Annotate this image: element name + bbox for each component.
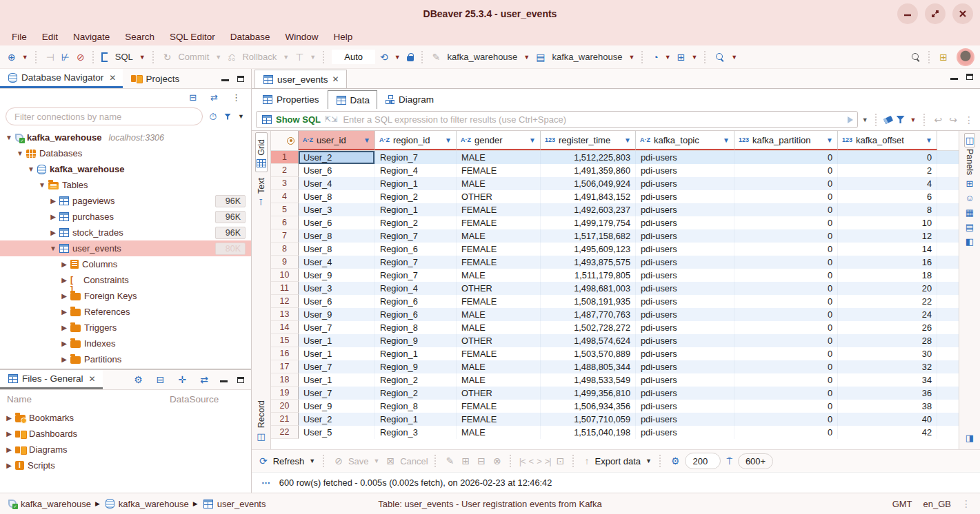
tree-item-kafka-warehouse[interactable]: ▼kafka_warehouselocalhost:3306 (0, 130, 251, 145)
grid-cell[interactable]: pdi-users (636, 190, 734, 203)
grid-cell[interactable]: Region_2 (375, 190, 457, 203)
grid-cell[interactable]: 30 (838, 347, 937, 360)
search-icon[interactable] (912, 53, 920, 61)
expand-arrow-icon[interactable]: ▶ (59, 292, 69, 300)
close-editor-tab-icon[interactable]: ✕ (332, 74, 339, 84)
grid-cell[interactable]: 1,491,843,152 (541, 190, 636, 203)
grid-cell[interactable]: pdi-users (636, 203, 734, 216)
cancel-button[interactable]: Cancel (400, 456, 428, 466)
row-number-cell[interactable]: 2 (271, 164, 299, 177)
grid-cell[interactable]: 36 (838, 387, 937, 400)
grid-cell[interactable]: 18 (838, 269, 937, 282)
row-number-cell[interactable]: 13 (271, 308, 299, 321)
new-window-icon[interactable]: ⊞ (937, 51, 950, 63)
text-tab-label[interactable]: Text (257, 178, 266, 194)
sql-caret[interactable]: ▼ (138, 54, 147, 61)
collapse-arrow-icon[interactable]: ▼ (48, 245, 58, 252)
menu-window[interactable]: Window (277, 30, 326, 43)
tree-item-purchases[interactable]: ▶purchases96K (0, 209, 251, 225)
refresh-caret[interactable]: ▼ (308, 458, 317, 464)
tab-data[interactable]: Data (328, 90, 378, 110)
connection-caret[interactable]: ▼ (522, 54, 531, 61)
grid-cell[interactable]: pdi-users (636, 151, 734, 164)
lock-icon[interactable] (407, 56, 414, 61)
row-number-cell[interactable]: 20 (271, 400, 299, 413)
export-data-button[interactable]: Export data (594, 456, 641, 466)
grid-cell[interactable]: 0 (734, 203, 838, 216)
show-sql-button[interactable]: Show SQL (276, 114, 321, 125)
row-number-cell[interactable]: 10 (271, 269, 299, 282)
recent-connections-icon[interactable]: ⏱ (207, 110, 219, 123)
database-caret[interactable]: ▼ (627, 54, 636, 61)
grid-cell[interactable]: pdi-users (636, 413, 734, 426)
grid-cell[interactable]: 1,517,158,682 (541, 229, 636, 243)
dashboard-caret[interactable]: ▼ (663, 54, 672, 61)
column-header-user-id[interactable]: A·Zuser_id▼ (299, 131, 375, 150)
column-sort-caret[interactable]: ▼ (826, 136, 833, 144)
filter-caret[interactable]: ▼ (237, 113, 246, 120)
minimize-panel-icon[interactable] (220, 377, 228, 382)
row-number-cell[interactable]: 21 (271, 413, 299, 426)
grid-cell[interactable]: 0 (838, 151, 937, 164)
grid-cell[interactable]: 1,499,179,754 (541, 216, 636, 229)
row-number-cell[interactable]: 3 (271, 177, 299, 190)
grid-cell[interactable]: 1,506,934,356 (541, 400, 636, 413)
row-number-cell[interactable]: 18 (271, 373, 299, 387)
grid-cell[interactable]: 2 (838, 164, 937, 177)
grid-cell[interactable]: FEMALE (457, 413, 541, 426)
expand-filter-icon[interactable]: ⇱⇲ (325, 115, 337, 124)
grid-cell[interactable]: FEMALE (457, 216, 541, 229)
grid-cell[interactable]: 0 (734, 360, 838, 373)
breadcrumb-database[interactable]: kafka_warehouse (119, 499, 189, 509)
package-icon[interactable]: ⊞ (675, 51, 688, 63)
grid-cell[interactable]: User_2 (299, 413, 375, 426)
grid-cell[interactable]: Region_4 (375, 164, 457, 177)
grid-cell[interactable]: 38 (838, 400, 937, 413)
breadcrumb-connection[interactable]: kafka_warehouse (21, 499, 91, 509)
record-presentation-icon[interactable]: ◫ (257, 431, 265, 442)
maximize-panel-icon[interactable] (237, 76, 244, 82)
disconnect-icon[interactable]: ⊣ (44, 51, 57, 63)
grid-cell[interactable]: Region_6 (375, 295, 457, 308)
grid-cell[interactable]: 6 (838, 190, 937, 203)
grid-cell[interactable]: pdi-users (636, 308, 734, 321)
grid-cell[interactable]: 0 (734, 256, 838, 269)
disconnect-all-icon[interactable]: ⊘ (74, 51, 87, 63)
column-sort-caret[interactable]: ▼ (529, 136, 536, 144)
collapse-arrow-icon[interactable]: ▼ (4, 134, 14, 141)
grid-cell[interactable]: 1,498,533,549 (541, 373, 636, 387)
grid-cell[interactable]: Region_2 (375, 387, 457, 400)
row-number-cell[interactable]: 7 (271, 229, 299, 243)
grid-cell[interactable]: Region_2 (375, 216, 457, 229)
txn-caret[interactable]: ▼ (393, 54, 402, 61)
grid-cell[interactable]: Region_8 (375, 321, 457, 334)
column-name-header[interactable]: Name (7, 394, 32, 404)
files-item-bookmarks[interactable]: ▶Bookmarks (0, 410, 251, 426)
close-tab-icon[interactable]: ✕ (109, 73, 116, 83)
grid-cell[interactable]: pdi-users (636, 269, 734, 282)
grid-cell[interactable]: 0 (734, 151, 838, 164)
grid-cell[interactable]: 20 (838, 282, 937, 295)
grid-cell[interactable]: Region_1 (375, 177, 457, 190)
fetch-size-input[interactable] (685, 453, 721, 469)
menu-navigate[interactable]: Navigate (66, 30, 117, 43)
grid-cell[interactable]: Region_1 (375, 203, 457, 216)
grid-cell[interactable]: 0 (734, 308, 838, 321)
grid-cell[interactable]: 0 (734, 190, 838, 203)
filter-history-caret[interactable]: ▼ (861, 116, 870, 123)
expand-arrow-icon[interactable]: ▶ (48, 213, 58, 220)
grid-cell[interactable]: User_1 (299, 347, 375, 360)
grid-cell[interactable]: 1,492,603,237 (541, 203, 636, 216)
clear-filter-icon[interactable] (883, 115, 892, 123)
grid-cell[interactable]: pdi-users (636, 347, 734, 360)
row-number-cell[interactable]: 6 (271, 216, 299, 229)
collapse-arrow-icon[interactable]: ▼ (26, 165, 36, 173)
grid-cell[interactable]: 1,506,049,924 (541, 177, 636, 190)
grid-cell[interactable]: 1,507,710,059 (541, 413, 636, 426)
grid-cell[interactable]: User_5 (299, 426, 375, 439)
tree-item-indexes[interactable]: ▶Indexes (0, 336, 251, 351)
grid-cell[interactable]: Region_9 (375, 360, 457, 373)
grid-cell[interactable]: 1,508,191,935 (541, 295, 636, 308)
grid-cell[interactable]: 1,503,570,889 (541, 347, 636, 360)
grid-cell[interactable]: User_2 (299, 151, 375, 164)
